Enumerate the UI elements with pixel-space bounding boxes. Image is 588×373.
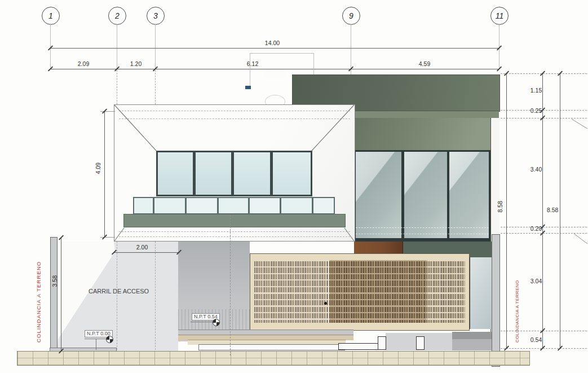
glass-panel [134, 198, 153, 213]
panel-joint [426, 260, 427, 323]
dim-label: 8.58 [547, 207, 558, 213]
glass-panel [449, 152, 489, 238]
center-dash-line [230, 215, 231, 356]
level-ext-line [501, 331, 587, 331]
grid-dash-line [155, 70, 156, 104]
glass-panel [356, 152, 401, 238]
glass-sidelight [470, 257, 492, 329]
louver-section-middle [329, 260, 427, 323]
glass-panel [158, 152, 193, 195]
rail-post [378, 336, 386, 350]
dim-label: 1.15 [530, 87, 542, 94]
wall-highlight [57, 242, 178, 351]
base-wall-dark [452, 332, 492, 350]
grid-line [117, 24, 117, 69]
dim-label: 3.58 [51, 275, 58, 287]
guard-rail-bar [338, 343, 380, 350]
dim-tick [497, 66, 502, 71]
ground-paving [17, 351, 530, 366]
glass-panel [404, 152, 447, 238]
grid-bubble-11: 11 [490, 7, 509, 25]
grid-bubble-2: 2 [108, 7, 126, 25]
dim-line-upper-height [104, 111, 105, 237]
dim-line-total [50, 48, 499, 49]
level-ext-line [501, 110, 587, 111]
balcony-planter-band [123, 214, 346, 227]
dim-label: 4.09 [95, 163, 101, 174]
dim-label: 3.40 [530, 166, 542, 173]
floor-dash-line [119, 236, 350, 237]
louver-slats [254, 260, 465, 323]
dim-line-driveway [114, 252, 179, 253]
grid-dash-line [155, 242, 156, 350]
dim-line-wall-height [61, 238, 61, 351]
glass-panel [250, 198, 280, 213]
cloud-shape [264, 70, 288, 80]
level-ext-line [501, 227, 587, 227]
level-marker-first [213, 319, 220, 326]
grid-label: 3 [153, 11, 158, 20]
louver-section-left [254, 260, 329, 323]
window-band-lower [133, 197, 335, 214]
step-bottom [198, 344, 345, 350]
window-band-upper [156, 151, 312, 196]
glass-panel [281, 198, 312, 213]
level-dash-line [356, 234, 489, 234]
driveway-label: CARRIL DE ACCESO [89, 288, 149, 295]
dim-label: 4.59 [419, 60, 430, 67]
dim-label: 8.58 [497, 201, 503, 212]
grid-label: 11 [496, 11, 504, 20]
dim-label: 0.54 [530, 336, 542, 343]
level-marker-ground [106, 336, 113, 343]
glass-panel [154, 198, 185, 213]
level-ext-line [501, 73, 587, 74]
upper-volume [114, 104, 355, 242]
level-ext-line [501, 118, 587, 119]
elevation-drawing-sheet: 1 2 3 9 11 14.00 2.09 1.20 6.12 4.59 [0, 0, 588, 373]
glass-panel [219, 198, 248, 213]
grid-bubble-9: 9 [342, 7, 360, 25]
grid-label: 2 [115, 11, 120, 20]
glass-panel [234, 152, 270, 195]
level-ext-line [501, 348, 587, 349]
grid-dash-line [117, 242, 117, 350]
sliding-door-edge[interactable] [328, 260, 329, 323]
grid-bubble-1: 1 [42, 7, 60, 25]
level-leader-tick [96, 339, 96, 350]
dim-label-total: 14.00 [265, 40, 280, 46]
louver-section-right [427, 260, 465, 323]
boundary-label-right: COLINDANCIA A TERRENO [515, 266, 520, 343]
boundary-label-left: COLINDANCIA A TERRENO [36, 238, 42, 343]
dim-chain-right [542, 73, 543, 348]
glass-panel [187, 198, 217, 213]
ceiling-dash-line [119, 111, 350, 111]
rail-post [416, 336, 425, 350]
ceiling-dash-line [119, 119, 350, 119]
door-handle[interactable] [324, 302, 327, 305]
curtain-wall [354, 150, 490, 242]
grid-label: 9 [349, 11, 353, 20]
floor-dash-line [119, 231, 350, 232]
glass-panel [313, 198, 334, 213]
grid-dash-line [117, 70, 117, 104]
level-ext-line [501, 233, 587, 234]
selection-marker[interactable] [245, 86, 251, 89]
dim-label: 1.20 [130, 60, 142, 67]
grid-bubble-3: 3 [147, 7, 165, 25]
wood-louver-screen [250, 253, 470, 331]
grid-line [155, 24, 156, 69]
dim-label: 2.00 [136, 244, 148, 251]
level-dash-line [356, 227, 489, 228]
glass-panel [196, 152, 231, 195]
boundary-wall-right [492, 234, 500, 367]
dim-line-total-height-a [506, 73, 507, 348]
boundary-wall-left [50, 237, 58, 352]
garage-wall: CARRIL DE ACCESO [57, 242, 178, 351]
grid-label: 1 [48, 11, 53, 20]
dim-line-total-height-b [560, 73, 560, 348]
dim-label: 2.09 [78, 60, 89, 67]
recessed-wall [178, 242, 250, 341]
dim-label: 3.04 [530, 278, 542, 284]
glass-panel [273, 152, 311, 195]
